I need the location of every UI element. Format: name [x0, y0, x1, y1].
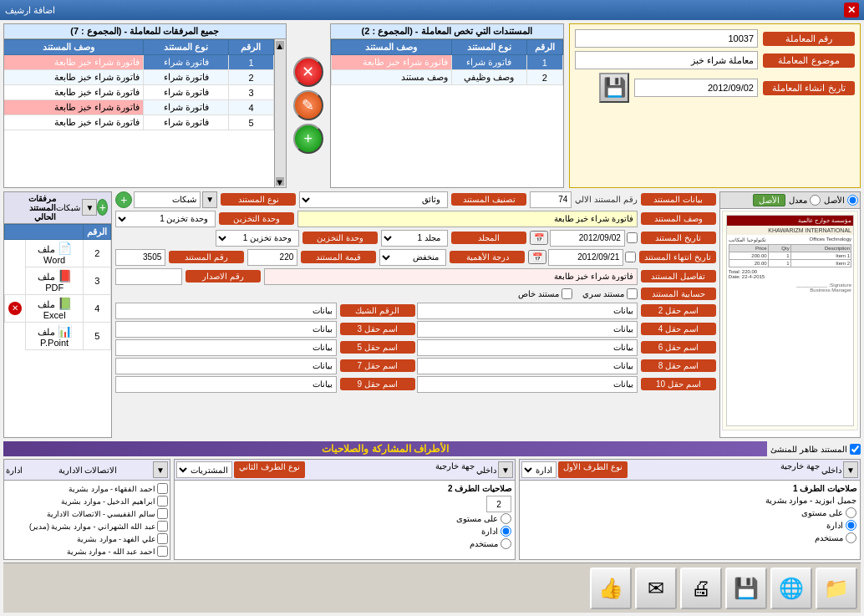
table-row[interactable]: 1 فاتورة شراء فاتورة شراء خبز طابعة	[4, 55, 273, 70]
add-button[interactable]: +	[293, 124, 323, 154]
preview-content: مؤسسة جوارح عالمية KHAWARIZM INTERNATION…	[722, 211, 858, 430]
contact-item: عبد الله الشهراني - موارد بشرية (مدير)	[6, 520, 168, 532]
middle-section: الأصل معدل الأصل مؤسسة جوارح عالمية KHAW…	[3, 191, 861, 438]
assl-radio[interactable]: الأصل	[824, 195, 858, 206]
party2-type-btn[interactable]: ▼	[498, 461, 513, 478]
email-btn[interactable]: ✉	[635, 568, 677, 609]
folder-btn[interactable]: 📁	[816, 568, 857, 609]
doc-num-input[interactable]	[115, 249, 165, 266]
contact-check[interactable]	[157, 546, 168, 557]
private-checkbox[interactable]: مستند خاص	[518, 288, 572, 299]
expire-cal-btn[interactable]: 📅	[528, 250, 546, 264]
party2-level2: ادارة	[178, 525, 511, 537]
close-button[interactable]: ✕	[844, 3, 859, 18]
field10-label: اسم حقل 10	[641, 378, 716, 390]
date-doc-input[interactable]	[550, 230, 625, 247]
party1-level3: مستخدم	[523, 532, 856, 544]
edit-button[interactable]: ✎	[293, 90, 323, 120]
col-desc: وصف المستند	[331, 40, 451, 55]
table-row[interactable]: 3 فاتورة شراء فاتورة شراء خبز طابعة	[4, 85, 273, 100]
fields-grid: اسم حقل 2 اسم حقل 4 اسم حقل 6 اسم حقل 8	[115, 303, 716, 438]
field7-input[interactable]	[115, 358, 336, 374]
storage-label: وحدة التخزين	[219, 212, 294, 225]
type-add-btn[interactable]: +	[115, 191, 132, 208]
attach-type-btn[interactable]: ▼	[82, 199, 97, 216]
delete-button[interactable]: ✕	[293, 57, 323, 87]
transaction-number-input[interactable]	[575, 29, 758, 48]
field3-label: اسم حقل 3	[340, 323, 415, 335]
field2-input[interactable]	[417, 303, 638, 319]
attach-row-word[interactable]: 2 📄 ملف Word	[5, 239, 111, 267]
attach-add-btn[interactable]: +	[97, 199, 108, 216]
field8-input[interactable]	[417, 358, 638, 374]
table-row[interactable]: 4 فاتورة شراء فاتورة شراء خبز طابعة	[4, 100, 273, 115]
field9-input[interactable]	[115, 376, 336, 393]
date-cal-btn[interactable]: 📅	[530, 231, 548, 245]
storage2-select[interactable]: وحدة تخزين 1	[216, 230, 299, 247]
field7-label: اسم حقل 7	[340, 359, 415, 372]
auto-num-label: بيانات المستند	[641, 193, 716, 206]
print-btn[interactable]: 🖨	[680, 568, 722, 609]
subject-input[interactable]	[575, 51, 758, 69]
priority-select[interactable]: منخفض	[379, 249, 446, 266]
contacts-filter-btn[interactable]: ▼	[153, 461, 168, 478]
table-row[interactable]: 2 فاتورة شراء فاتورة شراء خبز طابعة	[4, 70, 273, 85]
save-button[interactable]: 💾	[599, 73, 629, 103]
subject-row: موضوع المعاملة	[575, 51, 855, 69]
attach-row-ppoint[interactable]: 5 📊 ملف P.Point	[5, 322, 111, 349]
value-input[interactable]	[247, 249, 297, 266]
type-dropdown[interactable]: ▼	[202, 191, 217, 208]
party2-num[interactable]	[486, 496, 511, 512]
party1-type-select[interactable]: ادارة	[521, 461, 557, 478]
date-input[interactable]	[634, 79, 758, 97]
issue-input[interactable]	[115, 268, 182, 285]
expire-input[interactable]	[548, 249, 623, 266]
field3-input[interactable]	[115, 321, 336, 338]
contact-item: احمد عبد الله - موارد بشرية	[6, 545, 168, 557]
desc-input[interactable]	[297, 211, 638, 227]
table-row[interactable]: 1 فاتورة شراء فاتورة شراء خبز طابعة	[331, 55, 562, 70]
secret-checkbox[interactable]: مستند سري	[582, 288, 638, 299]
auto-num-val: رقم المستند الالي	[575, 195, 638, 204]
show-creator-check[interactable]: المستند ظاهر للمنشئ	[770, 444, 861, 455]
priority-label: درجة الأهمية	[450, 251, 525, 263]
field10-input[interactable]	[417, 376, 638, 393]
contacts-title: الاتصالات الادارية	[58, 466, 118, 475]
attach-row-excel[interactable]: 4 📗 ملف Excel ✕	[5, 294, 111, 322]
field1-input[interactable]	[115, 303, 336, 319]
like-btn[interactable]: 👍	[590, 568, 632, 609]
contact-check[interactable]	[157, 508, 168, 519]
expire-check[interactable]	[625, 252, 636, 262]
storage-select[interactable]: وحدة تخزين 1	[115, 211, 216, 227]
web-btn[interactable]: 🌐	[770, 568, 812, 609]
volume-select[interactable]: مجلد 1	[381, 230, 448, 247]
table-row[interactable]: 5 فاتورة شراء فاتورة شراء خبز طابعة	[4, 115, 273, 130]
table-row[interactable]: 2 وصف وظيفي وصف مستند	[331, 70, 562, 85]
details-input[interactable]	[264, 268, 638, 285]
party1-type-btn[interactable]: ▼	[843, 461, 858, 478]
original-btn[interactable]: الأصل	[753, 194, 785, 206]
attach-delete-btn[interactable]: ✕	[8, 302, 22, 315]
save-disk-btn[interactable]: 💾	[725, 568, 767, 609]
classify-select[interactable]: وثائق	[299, 191, 448, 208]
auto-num-input[interactable]	[530, 191, 572, 208]
contact-check[interactable]	[157, 521, 168, 532]
attach-row-pdf[interactable]: 3 📕 ملف PDF	[5, 267, 111, 294]
classify-label: تصنيف المستند	[451, 193, 526, 206]
parties-row: المستند ظاهر للمنشئ الأطراف المشاركة وال…	[3, 441, 861, 456]
field5-input[interactable]	[115, 339, 336, 356]
field6-input[interactable]	[417, 339, 638, 356]
related-docs-header: المستندات التي تخص المعاملة - (المجموع :…	[331, 24, 563, 39]
date-check[interactable]	[627, 232, 638, 243]
party2-type-select[interactable]: المشتريات	[176, 461, 232, 478]
type-input[interactable]	[134, 191, 201, 208]
edit-radio[interactable]: معدل	[789, 195, 821, 206]
parties-section: ▼ داخلي جهة خارجية نوع الطرف الأول ادارة…	[3, 459, 861, 560]
volume-label: المجلد	[451, 232, 526, 244]
row-expire: تاريخ انتهاء المستند 📅 درجة الأهمية منخف…	[115, 249, 716, 266]
parties-banner: الأطراف المشاركة والصلاحيات	[3, 441, 767, 456]
field4-input[interactable]	[417, 321, 638, 338]
contact-check[interactable]	[157, 496, 168, 507]
contact-check[interactable]	[157, 533, 168, 544]
contact-check[interactable]	[157, 483, 168, 494]
